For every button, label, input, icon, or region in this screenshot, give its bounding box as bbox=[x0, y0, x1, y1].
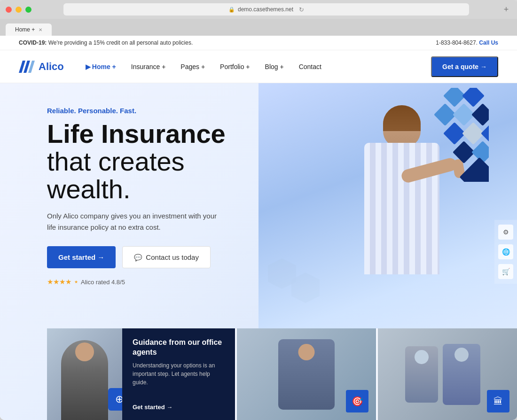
browser-titlebar: 🔒 demo.casethemes.net ↻ + bbox=[0, 0, 517, 19]
globe-icon[interactable]: 🌐 bbox=[498, 244, 513, 259]
covid-text: We're providing a 15% credit on all pers… bbox=[48, 39, 193, 46]
card-image-1: ⊕ bbox=[47, 328, 122, 420]
browser-window: 🔒 demo.casethemes.net ↻ + Home + ✕ COVID… bbox=[0, 0, 517, 420]
phone-bar: 1-833-804-8627. Call Us bbox=[436, 39, 498, 46]
hero-section: Reliable. Personable. Fast. Life Insuran… bbox=[0, 83, 517, 420]
get-quote-button[interactable]: Get a quote → bbox=[431, 56, 498, 77]
notice-bar: COVID-19: We're providing a 15% credit o… bbox=[0, 36, 517, 50]
card-dark-panel: Guidance from our office agents Understa… bbox=[122, 328, 235, 420]
card-icon-3: 🏛 bbox=[487, 390, 509, 412]
nav-label-insurance: Insurance + bbox=[131, 63, 166, 70]
logo[interactable]: Alico bbox=[19, 60, 64, 74]
tab-label: Home + bbox=[15, 26, 35, 33]
logo-text-accent: o bbox=[57, 61, 63, 72]
half-star: ★ bbox=[74, 280, 78, 284]
tagline-fast: Fast. bbox=[120, 107, 136, 115]
card-title-1: Guidance from our office agents bbox=[133, 338, 225, 358]
rating-text: Alico rated 4.8/5 bbox=[81, 279, 125, 286]
tagline-reliable: Reliable. bbox=[47, 107, 76, 115]
svg-rect-5 bbox=[434, 103, 456, 126]
card-link-1[interactable]: Get started → bbox=[133, 404, 225, 411]
url-bar[interactable]: 🔒 demo.casethemes.net ↻ bbox=[63, 3, 469, 16]
hero-title-line1: Life Insurance bbox=[47, 119, 226, 148]
nav-item-contact[interactable]: Contact bbox=[291, 50, 329, 83]
url-text: demo.casethemes.net bbox=[238, 6, 293, 13]
covid-notice: COVID-19: We're providing a 15% credit o… bbox=[19, 39, 193, 46]
settings-icon[interactable]: ⚙ bbox=[498, 225, 513, 240]
close-button[interactable] bbox=[6, 7, 12, 13]
refresh-icon[interactable]: ↻ bbox=[299, 6, 304, 13]
hero-buttons: Get started → 💬 Contact us today bbox=[47, 246, 258, 268]
main-nav: Alico ▶ Home + Insurance + Pages + Portf… bbox=[0, 50, 517, 83]
card-icon-2: 🎯 bbox=[346, 390, 368, 412]
logo-icon bbox=[19, 60, 36, 74]
browser-tab[interactable]: Home + ✕ bbox=[6, 23, 52, 36]
card-guidance: ⊕ Guidance from our office agents Unders… bbox=[47, 328, 235, 420]
nav-links: ▶ Home + Insurance + Pages + Portfolio +… bbox=[78, 50, 431, 83]
call-us-link[interactable]: Call Us bbox=[479, 39, 498, 46]
tab-bar: Home + ✕ bbox=[0, 19, 517, 36]
nav-item-insurance[interactable]: Insurance + bbox=[124, 50, 173, 83]
hero-description: Only Alico company gives you an investme… bbox=[47, 210, 226, 233]
nav-label-blog: Blog + bbox=[265, 63, 284, 70]
nav-item-home[interactable]: ▶ Home + bbox=[78, 50, 124, 83]
hero-title-line3: wealth. bbox=[47, 174, 130, 204]
get-quote-label: Get a quote → bbox=[442, 63, 487, 70]
tagline-personable: Personable. bbox=[78, 107, 118, 115]
page-content: COVID-19: We're providing a 15% credit o… bbox=[0, 36, 517, 420]
hero-content: Reliable. Personable. Fast. Life Insuran… bbox=[0, 83, 258, 286]
get-started-button[interactable]: Get started → bbox=[47, 246, 116, 268]
new-tab-button[interactable]: + bbox=[501, 4, 511, 15]
nav-item-blog[interactable]: Blog + bbox=[258, 50, 291, 83]
card-medium[interactable]: 🎯 bbox=[237, 328, 376, 420]
svg-rect-7 bbox=[471, 103, 489, 126]
bottom-cards: ⊕ Guidance from our office agents Unders… bbox=[47, 328, 517, 420]
contact-us-label: Contact us today bbox=[146, 253, 199, 261]
card-link-label-1: Get started → bbox=[133, 404, 172, 411]
nav-label-contact: Contact bbox=[299, 63, 321, 70]
card-right[interactable]: 🏛 bbox=[378, 328, 517, 420]
contact-us-button[interactable]: 💬 Contact us today bbox=[122, 246, 211, 268]
chat-icon: 💬 bbox=[134, 254, 142, 261]
svg-rect-9 bbox=[462, 122, 485, 145]
hero-title-line2: that creates bbox=[47, 147, 185, 176]
tab-close-icon[interactable]: ✕ bbox=[39, 27, 42, 32]
cart-icon[interactable]: 🛒 bbox=[498, 264, 513, 279]
svg-rect-3 bbox=[443, 88, 466, 107]
logo-text-main: Alic bbox=[39, 61, 57, 72]
phone-number: 1-833-804-8627. bbox=[436, 39, 478, 46]
card-icon-1: ⊕ bbox=[108, 388, 122, 411]
svg-rect-4 bbox=[462, 88, 485, 107]
maximize-button[interactable] bbox=[25, 7, 31, 13]
svg-rect-10 bbox=[481, 122, 489, 145]
rating: ★★★★ ★ Alico rated 4.8/5 bbox=[47, 278, 258, 286]
minimize-button[interactable] bbox=[16, 7, 22, 13]
nav-label-pages: Pages + bbox=[180, 63, 205, 70]
rating-stars: ★★★★ bbox=[47, 278, 71, 286]
hero-title: Life Insurance that creates wealth. bbox=[47, 120, 258, 203]
svg-rect-8 bbox=[443, 122, 466, 145]
nav-label-portfolio: Portfolio + bbox=[220, 63, 250, 70]
card-desc-1: Understanding your options is an importa… bbox=[133, 361, 225, 399]
nav-item-pages[interactable]: Pages + bbox=[173, 50, 212, 83]
covid-label: COVID-19: bbox=[19, 39, 47, 46]
sidebar-icons: ⚙ 🌐 🛒 bbox=[494, 220, 517, 284]
geometric-shapes bbox=[395, 88, 489, 184]
svg-rect-11 bbox=[453, 141, 475, 163]
hex-decorations bbox=[268, 258, 324, 317]
nav-label-home: Home + bbox=[92, 63, 116, 70]
svg-rect-6 bbox=[453, 103, 475, 126]
nav-arrow-home: ▶ bbox=[86, 63, 91, 70]
nav-item-portfolio[interactable]: Portfolio + bbox=[212, 50, 257, 83]
lock-icon: 🔒 bbox=[228, 7, 235, 13]
get-started-label: Get started → bbox=[58, 253, 104, 261]
hero-tagline: Reliable. Personable. Fast. bbox=[47, 107, 258, 115]
logo-text: Alico bbox=[39, 61, 64, 73]
